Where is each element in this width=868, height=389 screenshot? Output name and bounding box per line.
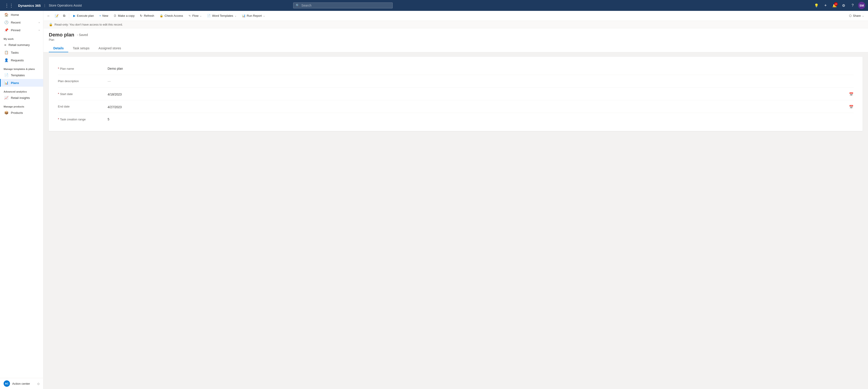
- sidebar: 🏠 Home 🕐 Recent › 📌 Pinned › My work ≡ R…: [0, 11, 43, 389]
- back-button[interactable]: ←: [45, 13, 52, 19]
- end-date-label: End date: [58, 104, 107, 108]
- main-content: ← 📝 ⧉ ▶ Execute plan + New 🗋 Make a copy: [43, 11, 868, 389]
- word-templates-chevron-icon: ⌄: [235, 15, 237, 17]
- pinned-chevron-icon: ›: [39, 29, 39, 31]
- word-templates-button[interactable]: 📄 Word Templates ⌄: [205, 13, 239, 19]
- share-chevron-icon: ⌄: [862, 15, 864, 17]
- sidebar-label-plans: Plans: [11, 81, 19, 85]
- sidebar-item-retail-summary[interactable]: ≡ Retail summary: [0, 41, 43, 49]
- form-row-end-date: End date 4/27/2023 📅: [58, 100, 854, 113]
- pin-icon: 📌: [4, 28, 8, 32]
- recent-icon: 🕐: [4, 20, 8, 24]
- word-templates-icon: 📄: [207, 14, 211, 18]
- new-label: New: [102, 14, 108, 18]
- notes-icon: 📝: [55, 14, 59, 18]
- search-icon: 🔍: [296, 4, 300, 7]
- search-input[interactable]: [301, 4, 390, 7]
- recent-chevron-icon: ›: [39, 21, 39, 24]
- settings-button[interactable]: ⚙: [840, 2, 847, 9]
- sidebar-item-templates[interactable]: 📄 Templates: [0, 71, 43, 79]
- record-title: Demo plan: [49, 32, 74, 38]
- home-icon: 🏠: [4, 13, 8, 17]
- sidebar-item-home[interactable]: 🏠 Home: [0, 11, 43, 19]
- sidebar-item-retail-insights[interactable]: 📈 Retail insights: [0, 94, 43, 102]
- manage-products-section-header: Manage products: [0, 102, 43, 109]
- gear-icon: ⚙: [842, 3, 845, 8]
- run-report-chevron-icon: ⌄: [263, 15, 265, 17]
- task-creation-range-value: 5: [107, 116, 854, 121]
- check-access-icon: 🔒: [160, 14, 163, 18]
- record-tabs: Details Task setups Assigned stores: [49, 44, 863, 52]
- readonly-message: Read-only: You don't have access to edit…: [55, 23, 123, 26]
- refresh-icon: ↻: [140, 14, 143, 18]
- lock-icon: 🔒: [49, 23, 53, 26]
- run-report-icon: 📊: [242, 14, 246, 18]
- plan-name-label: * Plan name: [58, 66, 107, 71]
- sidebar-label-templates: Templates: [11, 74, 25, 77]
- sidebar-action-center[interactable]: AC Action center ◇: [0, 378, 43, 389]
- share-button[interactable]: ⬡ Share ⌄: [847, 13, 866, 19]
- readonly-banner: 🔒 Read-only: You don't have access to ed…: [43, 21, 868, 28]
- plan-description-label: Plan description: [58, 79, 107, 83]
- refresh-label: Refresh: [144, 14, 154, 18]
- tasks-icon: 📋: [4, 51, 8, 55]
- templates-icon: 📄: [4, 73, 8, 77]
- command-bar: ← 📝 ⧉ ▶ Execute plan + New 🗋 Make a copy: [43, 11, 868, 21]
- new-button[interactable]: + New: [97, 13, 111, 19]
- tab-details[interactable]: Details: [49, 44, 68, 52]
- sidebar-item-pinned[interactable]: 📌 Pinned ›: [0, 26, 43, 34]
- start-date-required-marker: *: [58, 92, 59, 96]
- new-icon: +: [99, 14, 101, 18]
- notes-button[interactable]: 📝: [53, 13, 60, 19]
- end-date-calendar-icon[interactable]: 📅: [849, 105, 854, 109]
- duplicate-icon: ⧉: [63, 14, 65, 18]
- sidebar-label-tasks: Tasks: [11, 51, 19, 54]
- notifications-button[interactable]: 🔔 10: [831, 2, 838, 9]
- tab-task-setups[interactable]: Task setups: [68, 44, 94, 52]
- plans-icon: 📊: [4, 81, 8, 85]
- help-button[interactable]: ?: [849, 2, 856, 9]
- top-nav-right-icons: 💡 + 🔔 10 ⚙ ? SM: [813, 2, 865, 9]
- action-center-label: Action center: [12, 382, 30, 385]
- check-access-label: Check Access: [164, 14, 183, 18]
- lightbulb-button[interactable]: 💡: [813, 2, 820, 9]
- plus-icon: +: [825, 3, 827, 8]
- execute-plan-button[interactable]: ▶ Execute plan: [71, 13, 96, 19]
- task-creation-range-required-marker: *: [58, 117, 59, 121]
- run-report-button[interactable]: 📊 Run Report ⌄: [240, 13, 267, 19]
- tab-assigned-stores[interactable]: Assigned stores: [94, 44, 126, 52]
- make-copy-button[interactable]: 🗋 Make a copy: [112, 13, 137, 19]
- waffle-menu-button[interactable]: ⋮⋮: [3, 0, 16, 11]
- sidebar-item-tasks[interactable]: 📋 Tasks: [0, 49, 43, 56]
- top-navigation: ⋮⋮ Dynamics 365 | Store Operations Assis…: [0, 0, 868, 11]
- duplicate-button[interactable]: ⧉: [61, 12, 67, 19]
- app-module-separator: |: [44, 4, 45, 7]
- back-icon: ←: [47, 14, 50, 18]
- advanced-analytics-section-header: Advanced analytics: [0, 87, 43, 94]
- flow-button[interactable]: ⤷ Flow ⌄: [186, 13, 204, 19]
- make-copy-label: Make a copy: [118, 14, 135, 18]
- add-button[interactable]: +: [822, 2, 829, 9]
- retail-insights-icon: 📈: [4, 96, 8, 100]
- word-templates-label: Word Templates: [212, 14, 233, 18]
- requests-icon: 👤: [4, 58, 8, 62]
- user-avatar[interactable]: SM: [858, 2, 865, 9]
- sidebar-item-recent[interactable]: 🕐 Recent ›: [0, 19, 43, 26]
- sidebar-item-plans[interactable]: 📊 Plans: [0, 79, 43, 87]
- execute-plan-label: Execute plan: [77, 14, 94, 18]
- my-work-section-header: My work: [0, 34, 43, 41]
- form-row-plan-name: * Plan name Demo plan: [58, 62, 854, 75]
- record-saved-status: - Saved: [77, 33, 88, 37]
- sidebar-item-products[interactable]: 📦 Products: [0, 109, 43, 116]
- check-access-button[interactable]: 🔒 Check Access: [157, 13, 185, 19]
- search-bar: 🔍: [293, 2, 393, 8]
- sidebar-item-requests[interactable]: 👤 Requests: [0, 56, 43, 64]
- start-date-calendar-icon[interactable]: 📅: [849, 92, 854, 96]
- plan-name-required-marker: *: [58, 67, 59, 71]
- form-area: * Plan name Demo plan Plan description -…: [49, 57, 863, 131]
- refresh-button[interactable]: ↻ Refresh: [138, 13, 156, 19]
- sidebar-bottom: AC Action center ◇: [0, 378, 43, 389]
- form-row-start-date: * Start date 4/18/2023 📅: [58, 88, 854, 100]
- manage-templates-section-header: Manage templates & plans: [0, 64, 43, 71]
- record-header: Demo plan - Saved Plan Details Task setu…: [43, 28, 868, 52]
